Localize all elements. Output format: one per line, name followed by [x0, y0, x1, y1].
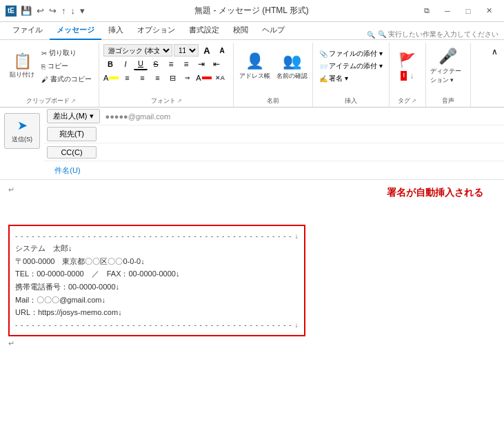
- font-color-button[interactable]: A: [196, 74, 211, 82]
- insert-group-label: 挿入: [345, 96, 357, 105]
- title-bar-left: tE 💾 ↩ ↪ ↑ ↓ ▾: [6, 6, 86, 17]
- font-size-select[interactable]: 11: [174, 44, 199, 57]
- cc-row: CC(C): [44, 143, 504, 161]
- attach-item-button[interactable]: 📨 アイテムの添付 ▾: [317, 61, 385, 72]
- bullet-list-button[interactable]: ≡: [164, 58, 178, 70]
- dictation-button[interactable]: 🎤 ディクテーション ▾: [430, 44, 466, 88]
- align-justify-button[interactable]: ⊟: [165, 72, 179, 84]
- save-qat-button[interactable]: 💾: [19, 6, 33, 16]
- tab-options[interactable]: オプション: [130, 22, 182, 40]
- underline-button[interactable]: U: [134, 58, 148, 70]
- maximize-button[interactable]: □: [458, 3, 478, 19]
- font-name-select[interactable]: 游ゴシック (本文の…: [103, 44, 172, 57]
- from-button[interactable]: 差出人(M) ▾: [47, 109, 100, 123]
- compose-body[interactable]: ↵ 署名が自動挿入される - - - - - - - - - - - - - -…: [0, 180, 504, 387]
- tags-content: 🚩 ! ↓: [394, 44, 421, 96]
- clipboard-expand-icon[interactable]: ↗: [71, 98, 76, 104]
- cut-button[interactable]: ✂ 切り取り: [39, 47, 94, 59]
- compose-area: ➤ 送信(S) 差出人(M) ▾ 宛先(T) CC(C) 件名(U: [0, 108, 504, 448]
- highlight-color-strip: [109, 77, 119, 79]
- address-book-label: アドレス帳: [239, 72, 270, 81]
- check-names-button[interactable]: 👥 名前の確認: [275, 44, 308, 88]
- sig-url: URL：https://josys-memo.com↓: [15, 306, 299, 319]
- ribbon-group-clipboard: 📋 貼り付け ✂ 切り取り ⎘ コピー 🖌 書式のコピー: [3, 43, 99, 107]
- font-grow-button[interactable]: A: [200, 44, 214, 57]
- format-painter-button[interactable]: 🖌 書式のコピー: [39, 73, 94, 85]
- tab-insert[interactable]: 挿入: [101, 22, 130, 40]
- attach-file-button[interactable]: 📎 ファイルの添付 ▾: [317, 48, 385, 59]
- minimize-button[interactable]: ─: [438, 3, 457, 19]
- sig-bottom-divider: - - - - - - - - - - - - - - - - - - - - …: [15, 319, 299, 331]
- body-newline-2: ↵: [8, 339, 496, 348]
- compose-header: ➤ 送信(S) 差出人(M) ▾ 宛先(T) CC(C) 件名(U: [0, 108, 504, 180]
- ribbon-search[interactable]: 🔍 🔍 実行したい作業を入力してください: [367, 30, 498, 39]
- font-expand-icon[interactable]: ↗: [177, 98, 182, 104]
- copy-icon: ⎘: [41, 63, 46, 70]
- sig-top-divider: - - - - - - - - - - - - - - - - - - - - …: [15, 230, 299, 242]
- copy-button[interactable]: ⎘ コピー: [39, 60, 94, 72]
- from-input[interactable]: [104, 111, 504, 122]
- search-placeholder-text: 🔍 実行したい作業を入力してください: [378, 30, 498, 39]
- check-names-icon: 👥: [283, 52, 301, 70]
- signature-button[interactable]: ✍ 署名 ▾: [317, 73, 385, 84]
- tab-message[interactable]: メッセージ: [50, 22, 101, 40]
- indent-more-button[interactable]: ⇥: [194, 58, 208, 70]
- tags-expand-icon[interactable]: ↗: [412, 98, 416, 104]
- attach-item-label: アイテムの添付 ▾: [329, 61, 383, 71]
- align-left-button[interactable]: ≡: [120, 72, 134, 84]
- font-shrink-button[interactable]: A: [215, 44, 229, 57]
- sig-mail: Mail：〇〇〇@gmail.com↓: [15, 294, 299, 307]
- strikethrough-button[interactable]: S: [149, 58, 163, 70]
- subject-label[interactable]: 件名(U): [44, 164, 94, 177]
- signature-box: - - - - - - - - - - - - - - - - - - - - …: [8, 225, 305, 336]
- close-button[interactable]: ✕: [479, 3, 498, 19]
- outlook-icon: tE: [6, 6, 17, 17]
- to-button[interactable]: 宛先(T): [47, 127, 97, 141]
- italic-button[interactable]: I: [119, 58, 132, 70]
- clipboard-group-bottom: クリップボード ↗: [26, 96, 76, 105]
- subject-input[interactable]: [94, 165, 504, 176]
- cc-button[interactable]: CC(C): [47, 146, 97, 159]
- align-right-button[interactable]: ≡: [150, 72, 164, 84]
- send-icon: ➤: [17, 118, 28, 133]
- highlight-icon: A: [103, 74, 108, 82]
- paste-button[interactable]: 📋 貼り付け: [7, 44, 37, 88]
- tab-review[interactable]: 校閲: [226, 22, 255, 40]
- up-qat-button[interactable]: ↑: [60, 6, 68, 16]
- attach-file-label: ファイルの添付 ▾: [329, 49, 383, 59]
- font-row-2: B I U S ≡ ≡ ⇥ ⇤: [103, 58, 229, 70]
- to-input[interactable]: [101, 129, 504, 140]
- tab-file[interactable]: ファイル: [6, 22, 50, 40]
- font-content: 游ゴシック (本文の… 11 A A B I U S ≡ ≡ ⇥ ⇤: [103, 44, 229, 96]
- signature-annotation: 署名が自動挿入される: [387, 187, 483, 199]
- ltr-button[interactable]: ⇒: [181, 72, 194, 84]
- tab-format[interactable]: 書式設定: [182, 22, 226, 40]
- bold-button[interactable]: B: [103, 58, 117, 70]
- collapse-ribbon-button[interactable]: ∧: [487, 45, 501, 58]
- font-row-1: 游ゴシック (本文の… 11 A A: [103, 44, 229, 57]
- undo-qat-button[interactable]: ↩: [35, 6, 46, 16]
- highlight-color-button[interactable]: A: [103, 74, 119, 82]
- restore-button[interactable]: ⧉: [417, 3, 436, 19]
- send-label: 送信(S): [12, 135, 32, 144]
- address-book-icon: 👤: [245, 52, 264, 70]
- ribbon-group-tags: 🚩 ! ↓ タグ ↗: [390, 43, 426, 107]
- qat-dropdown-button[interactable]: ▾: [79, 6, 86, 16]
- attach-file-icon: 📎: [319, 50, 327, 58]
- microphone-icon: 🎤: [439, 48, 457, 65]
- down-qat-button[interactable]: ↓: [70, 6, 77, 16]
- indent-less-button[interactable]: ⇤: [210, 58, 223, 70]
- tab-help[interactable]: ヘルプ: [255, 22, 292, 40]
- flag-button[interactable]: 🚩 ! ↓: [394, 44, 421, 88]
- signature-label: 署名 ▾: [329, 74, 348, 83]
- address-book-button[interactable]: 👤 アドレス帳: [238, 44, 271, 88]
- send-button[interactable]: ➤ 送信(S): [4, 113, 40, 149]
- font-group-label: フォント: [151, 96, 176, 105]
- redo-qat-button[interactable]: ↪: [48, 6, 58, 16]
- cc-input[interactable]: [101, 147, 504, 158]
- clear-format-button[interactable]: ✕A: [213, 72, 227, 84]
- align-center-button[interactable]: ≡: [135, 72, 149, 84]
- font-row-3: A ≡ ≡ ≡ ⊟ ⇒ A ✕A: [103, 72, 229, 84]
- number-list-button[interactable]: ≡: [179, 58, 193, 70]
- format-painter-icon: 🖌: [41, 76, 48, 83]
